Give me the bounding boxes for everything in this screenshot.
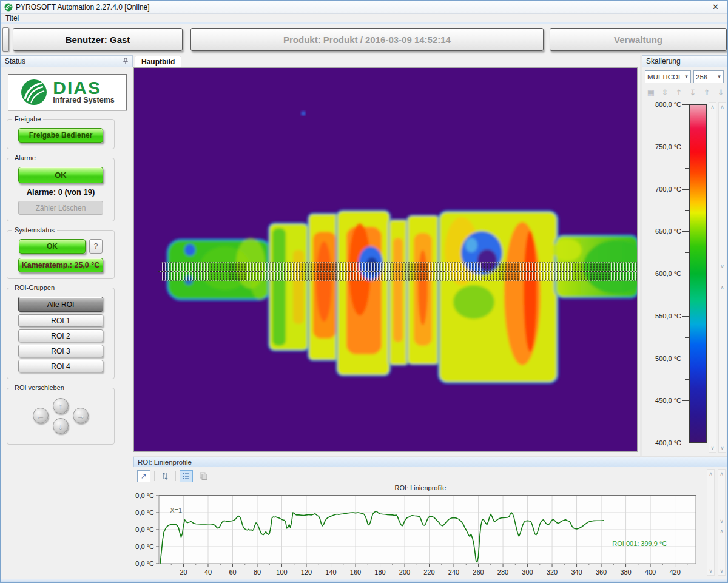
product-button[interactable]: Produkt: Produkt / 2016-03-09 14:52:14 [190,28,544,51]
move-right-button[interactable]: → [73,408,89,423]
roi-2-button[interactable]: ROI 2 [18,329,103,342]
pin-icon[interactable] [123,58,129,65]
scale-major-tick [682,359,689,359]
roi-gruppen-label: ROI-Gruppen [12,284,57,291]
window-title: PYROSOFT Automation 2.27.4.0 [Online] [16,3,707,12]
thermal-image-view[interactable] [133,67,638,452]
roi-3-button[interactable]: ROI 3 [18,345,103,357]
x-tick-label: 40 [204,568,212,576]
skalierung-panel: Skalierung MULTICOLOR ▼ 256 ▼ ▦ ⇕ ↥ [640,55,727,456]
scroll-up-icon[interactable]: ∧ [709,104,716,110]
x-tick-label: 240 [448,568,459,576]
scale-tick-label: 650,0 °C [655,227,681,235]
scroll-up-icon[interactable]: ∧ [707,471,714,477]
x-tick-label: 340 [571,568,582,576]
collapsed-panel-button[interactable] [2,27,9,52]
x-tick-label: 360 [596,568,607,576]
camera-temp-button[interactable]: Kameratemp.: 25,0 °C [18,258,103,272]
scroll-down-icon[interactable]: ∨ [709,445,716,451]
user-button[interactable]: Benutzer: Gast [13,28,183,51]
linienprofile-header: ROI: Linienprofile [133,457,727,467]
systemstatus-group: Systemstatus OK ? Kameratemp.: 25,0 °C [7,230,115,279]
skalierung-title: Skalierung [646,57,723,66]
y-tick-label: 800,0 °C [135,492,154,499]
header-row: Benutzer: Gast Produkt: Produkt / 2016-0… [1,24,727,55]
roi-verschieben-label: ROI verschieben [12,384,67,391]
list-view-icon[interactable] [180,470,193,482]
scale-scrollbar-split[interactable]: ∧ ∨ ∧ ∨ [718,102,726,453]
move-down-button[interactable]: ↓ [53,418,69,434]
move-left-button[interactable]: ← [33,408,49,423]
move-up-button[interactable]: ↑ [53,398,69,414]
scroll-down-icon[interactable]: ∨ [719,263,726,269]
system-ok-button[interactable]: OK [19,239,86,254]
scroll-down-icon[interactable]: ∨ [707,568,714,574]
steps-dropdown[interactable]: 256 ▼ [693,70,724,83]
scale-max-up-icon: ↥ [675,88,683,97]
color-scale-area: ∧ ∨ ∧ ∨ ∧ ∨ 800,0 °C750,0 °C700,0 °C650,… [642,104,727,459]
scroll-up-icon[interactable]: ∧ [719,285,726,291]
autoscale-icon[interactable] [158,470,172,482]
menu-item-titel[interactable]: Titel [1,14,24,22]
palette-dropdown[interactable]: MULTICOLOR ▼ [645,70,691,83]
scroll-up-icon[interactable]: ∧ [718,528,725,534]
roi-band[interactable] [158,263,637,280]
linienprofile-panel: ROI: Linienprofile ↗ ROI: Linienprofile … [133,456,727,579]
app-logo-icon [4,3,13,12]
window-bottom-edge [1,579,727,583]
alarm-ok-button[interactable]: OK [18,167,103,183]
scroll-down-icon[interactable]: ∨ [718,568,725,574]
scale-shift-down-icon: ⇓ [716,88,725,97]
scale-scrollbar-outer[interactable]: ∧ ∨ [709,102,716,453]
scale-major-tick [682,400,689,401]
tab-hauptbild[interactable]: Hauptbild [135,56,181,67]
x-tick-label: 160 [350,568,361,576]
copy-icon [197,470,210,482]
palette-value: MULTICOLOR [645,73,682,81]
popout-icon[interactable]: ↗ [137,470,150,482]
x-tick-label: 220 [423,568,434,576]
scale-minor-tick [685,337,689,338]
scale-tick-label: 750,0 °C [655,143,681,150]
scale-major-tick [682,443,689,443]
y-tick-label: 500,0 °C [135,543,154,550]
scroll-down-icon[interactable]: ∨ [719,445,726,451]
x-tick-label: 380 [620,568,631,576]
alle-roi-button[interactable]: Alle ROI [18,297,103,312]
x-tick-label: 120 [301,568,312,576]
x-tick-label: 80 [254,568,261,576]
help-button[interactable]: ? [89,239,103,254]
y-tick-label: 700,0 °C [135,509,154,516]
scale-properties-icon: ▦ [647,88,655,97]
chart-annotation: ROI 001: 399,9 °C [612,540,667,547]
scroll-up-icon[interactable]: ∧ [719,104,726,110]
profile-scrollbar-outer[interactable]: ∧ ∨ [707,469,715,576]
x-tick-label: 200 [399,568,410,576]
main-area: Status DIAS Infrared Systems Freigabe [1,55,727,579]
x-tick-label: 300 [522,568,533,576]
profile-scrollbar-split[interactable]: ∧ ∨ ∧ ∨ [718,469,726,576]
chart-title: ROI: Linienprofile [135,484,706,491]
color-scale-bar [689,104,707,443]
roi-1-button[interactable]: ROI 1 [18,314,103,327]
x-tick-label: 60 [229,568,236,576]
scale-major-tick [682,147,689,147]
scale-tick-label: 450,0 °C [655,397,681,404]
scale-minor-tick [685,295,689,295]
chevron-down-icon[interactable]: ▼ [682,74,690,79]
roi-4-button[interactable]: ROI 4 [18,360,103,372]
scale-major-tick [682,104,689,105]
scale-major-tick [682,231,689,232]
logo-name: DIAS [53,80,114,96]
linienprofile-title: ROI: Linienprofile [138,459,192,466]
scroll-down-icon[interactable]: ∨ [718,518,725,524]
chevron-down-icon[interactable]: ▼ [715,74,723,79]
scale-minor-tick [685,379,689,380]
scale-minor-tick [685,252,689,253]
scale-expand-icon: ⇕ [661,88,669,97]
freigabe-bediener-button[interactable]: Freigabe Bediener [18,128,103,143]
scale-minor-tick [685,210,689,211]
close-icon[interactable]: ✕ [707,2,724,12]
scroll-up-icon[interactable]: ∧ [718,471,725,477]
admin-button[interactable]: Verwaltung [550,28,727,51]
